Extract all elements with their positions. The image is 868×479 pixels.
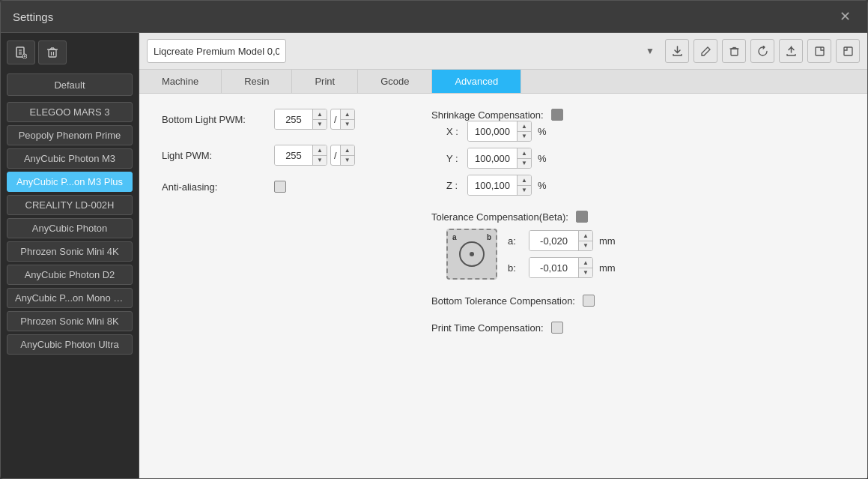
b-row: b: ▲ ▼ mm [508,257,616,278]
sidebar-item-peopoly-phenom-prime[interactable]: Peopoly Phenom Prime [7,125,133,145]
sidebar-toolbar [7,40,133,64]
sidebar-item-anycubic-photon-m3-plus[interactable]: AnyCubic P...on M3 Plus [7,172,133,192]
x-down[interactable]: ▼ [518,132,531,142]
a-input[interactable] [529,231,578,250]
light-pwm-row: Light PWM: ▲ ▼ / [162,145,386,166]
sidebar-item-anycubic-photon[interactable]: AnyCubic Photon [7,218,133,238]
share-in-button[interactable] [836,39,860,63]
bottom-tolerance-checkbox[interactable] [583,295,595,307]
x-arrows: ▲ ▼ [517,121,531,141]
anti-aliasing-checkbox[interactable] [274,181,286,193]
tolerance-compensation-detail: a b a: [431,229,845,280]
z-up[interactable]: ▲ [518,175,531,186]
shrinkage-compensation-label: Shrinkage Compensation: [431,109,544,121]
shrinkage-compensation-checkbox[interactable] [551,109,563,121]
light-slash-down[interactable]: ▼ [341,156,354,166]
delete-button[interactable] [722,39,746,63]
bottom-tolerance-row: Bottom Tolerance Compensation: [431,295,845,307]
sidebar-item-creality-ld-002h[interactable]: CREALITY LD-002H [7,195,133,215]
sidebar-item-anycubic-photon-ultra[interactable]: AnyCubic Photon Ultra [7,334,133,355]
sidebar-item-anycubic-photon-d2[interactable]: AnyCubic Photon D2 [7,265,133,285]
share-out-button[interactable] [807,39,831,63]
delete-profile-button[interactable] [38,40,67,64]
main-toolbar: ▼ [139,33,867,70]
b-down[interactable]: ▼ [579,268,592,278]
b-up[interactable]: ▲ [579,258,592,268]
profile-select[interactable] [147,39,286,63]
edit-button[interactable] [694,39,717,63]
bottom-light-pwm-label: Bottom Light PWM: [162,114,267,125]
tab-resin[interactable]: Resin [222,70,292,93]
a-arrows: ▲ ▼ [578,231,592,250]
tolerance-icon: a b [446,229,497,280]
refresh-button[interactable] [750,39,774,63]
settings-left: Bottom Light PWM: ▲ ▼ / [162,109,386,463]
slash-up[interactable]: ▲ [341,109,354,120]
a-row: a: ▲ ▼ mm [508,230,616,251]
anti-aliasing-label: Anti-aliasing: [162,181,267,193]
import-button[interactable] [779,39,803,63]
sidebar-item-phrozen-sonic-mini-4k[interactable]: Phrozen Sonic Mini 4K [7,241,133,262]
sidebar-item-elegoo-mars-3[interactable]: ELEGOO MARS 3 [7,102,133,122]
light-pwm-down[interactable]: ▼ [313,156,327,166]
a-label: a: [508,235,523,247]
z-input[interactable] [468,175,517,195]
b-spinbox: ▲ ▼ [529,257,593,278]
z-arrows: ▲ ▼ [517,175,531,195]
bottom-light-pwm-input[interactable] [275,109,312,129]
tab-print[interactable]: Print [292,70,358,93]
add-profile-button[interactable] [7,40,35,64]
print-time-checkbox[interactable] [551,322,563,334]
light-pwm-spinbox: ▲ ▼ [274,145,327,166]
svg-rect-14 [731,49,738,55]
bottom-tolerance-label: Bottom Tolerance Compensation: [431,295,575,307]
slash-arrows: ▲ ▼ [340,109,354,129]
svg-rect-20 [844,47,852,55]
settings-panel: Bottom Light PWM: ▲ ▼ / [139,94,867,478]
light-slash-up[interactable]: ▲ [341,145,354,156]
print-time-row: Print Time Compensation: [431,322,845,334]
x-spinbox: ▲ ▼ [467,121,532,142]
y-input[interactable] [468,148,517,168]
settings-right: Shrinkage Compensation: X : ▲ [431,109,845,463]
bottom-light-pwm-down[interactable]: ▼ [313,120,327,130]
tab-gcode[interactable]: Gcode [358,70,432,93]
tabs-bar: Machine Resin Print Gcode Advanced [139,70,867,94]
a-up[interactable]: ▲ [579,231,592,241]
default-button[interactable]: Default [7,73,133,96]
y-up[interactable]: ▲ [518,148,531,159]
tolerance-compensation-row: Tolerance Compensation(Beta): [431,211,845,223]
b-label: b: [508,262,523,274]
slash-down[interactable]: ▼ [341,120,354,130]
export-button[interactable] [665,39,689,63]
z-down[interactable]: ▼ [518,186,531,196]
sidebar-item-anycubic-photon-m3[interactable]: AnyCubic Photon M3 [7,148,133,169]
x-input[interactable] [468,121,517,141]
tab-machine[interactable]: Machine [139,70,222,93]
tab-advanced[interactable]: Advanced [432,70,521,93]
x-unit: % [538,126,547,137]
a-down[interactable]: ▼ [579,241,592,251]
close-button[interactable]: ✕ [835,7,855,26]
main-area: ▼ [139,33,867,478]
sidebar-item-anycubic-photon-mono-4k[interactable]: AnyCubic P...on Mono 4K [7,288,133,308]
light-pwm-input[interactable] [275,145,312,165]
b-unit: mm [599,262,616,274]
tolerance-compensation-checkbox[interactable] [576,211,588,223]
a-unit: mm [599,235,616,247]
shrinkage-section: Shrinkage Compensation: X : ▲ [431,109,845,196]
light-slash-arrows: ▲ ▼ [340,145,354,165]
tolerance-section: Tolerance Compensation(Beta): a b [431,211,845,280]
light-pwm-up[interactable]: ▲ [313,145,327,156]
b-input[interactable] [529,258,578,277]
bottom-light-pwm-up[interactable]: ▲ [313,109,327,120]
y-down[interactable]: ▼ [518,159,531,169]
x-up[interactable]: ▲ [518,121,531,132]
bottom-light-pwm-spinbox: ▲ ▼ [274,109,327,130]
tol-a-label: a [452,233,457,241]
dropdown-arrow-icon: ▼ [646,46,655,56]
tol-b-label: b [487,233,491,241]
sidebar-item-phrozen-sonic-mini-8k[interactable]: Phrozen Sonic Mini 8K [7,311,133,331]
profile-select-wrapper: ▼ [147,39,661,63]
anti-aliasing-row: Anti-aliasing: [162,181,386,193]
